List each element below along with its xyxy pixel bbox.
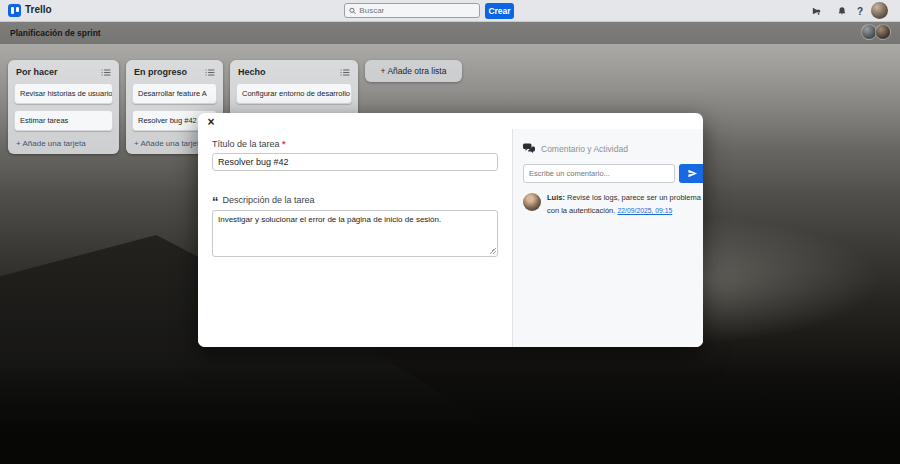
list-title: En progreso	[134, 67, 187, 77]
activity-header: Comentario y Actividad	[523, 143, 703, 154]
modal-topbar: ×	[198, 113, 703, 129]
comment-input[interactable]	[523, 164, 675, 183]
comment-author: Luis:	[547, 193, 565, 202]
comments-icon	[523, 143, 535, 154]
list-title: Hecho	[238, 67, 266, 77]
close-icon[interactable]: ×	[204, 115, 218, 129]
top-navbar: Trello Crear ?	[0, 0, 900, 22]
card[interactable]: Revisar historias de usuario	[14, 83, 113, 104]
task-description-label: “ Descripción de la tarea	[212, 193, 498, 206]
required-asterisk: *	[282, 139, 286, 149]
help-icon[interactable]: ?	[852, 3, 868, 19]
megaphone-icon[interactable]	[808, 3, 824, 19]
board-title: Planificación de sprint	[10, 28, 101, 38]
resize-handle[interactable]	[489, 247, 496, 254]
task-description-textarea[interactable]: Investigar y solucionar el error de la p…	[212, 210, 498, 257]
background-photo-foreground	[0, 369, 900, 464]
list-menu-icon[interactable]	[101, 68, 111, 77]
bell-icon[interactable]	[834, 3, 850, 19]
add-card-button[interactable]: + Añade una tarjeta	[14, 137, 113, 149]
list-menu-icon[interactable]	[340, 68, 350, 77]
task-title-input[interactable]	[212, 153, 498, 171]
create-button[interactable]: Crear	[485, 3, 514, 19]
list-title: Por hacer	[16, 67, 58, 77]
card[interactable]: Desarrollar feature A	[132, 83, 217, 104]
card[interactable]: Configurar entorno de desarrollo	[236, 83, 352, 104]
quote-icon: “	[212, 193, 219, 206]
search-input[interactable]	[359, 6, 475, 15]
task-detail-modal: × Título de la tarea * “ Descripción de …	[198, 113, 703, 347]
comment-timestamp-link[interactable]: 22/09/2025, 09:15	[617, 206, 672, 216]
comment-author-avatar	[523, 193, 541, 211]
user-avatar[interactable]	[871, 2, 888, 19]
task-title-label: Título de la tarea *	[212, 139, 498, 149]
card[interactable]: Estimar tareas	[14, 110, 113, 131]
search-box[interactable]	[344, 3, 480, 18]
add-list-button[interactable]: + Añade otra lista	[365, 60, 462, 82]
comment-item: Luis: Revisé los logs, parece ser un pro…	[523, 193, 703, 217]
app-name: Trello	[25, 4, 52, 15]
activity-pane: Comentario y Actividad Luis: Revisé los …	[512, 129, 703, 347]
search-icon	[349, 7, 356, 15]
send-comment-button[interactable]	[679, 164, 703, 183]
paper-plane-icon	[687, 168, 698, 179]
comment-body: Luis: Revisé los logs, parece ser un pro…	[547, 193, 703, 217]
task-form-pane: Título de la tarea * “ Descripción de la…	[198, 129, 512, 347]
trello-logo-icon	[8, 4, 21, 17]
list-menu-icon[interactable]	[205, 68, 215, 77]
list-por-hacer: Por hacer Revisar historias de usuario E…	[8, 60, 119, 154]
board-header: Planificación de sprint	[0, 22, 900, 44]
